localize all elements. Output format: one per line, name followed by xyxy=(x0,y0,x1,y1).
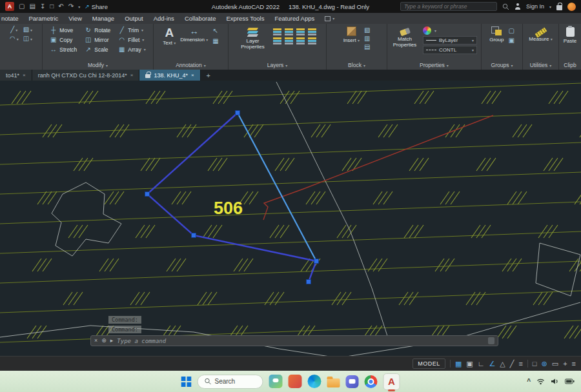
tab-view[interactable]: View xyxy=(63,13,87,24)
sign-in-dropdown-icon[interactable]: ▾ xyxy=(549,5,551,9)
create-block-icon[interactable]: ▧ xyxy=(364,27,370,34)
gradient-tool-icon[interactable]: ◫ xyxy=(23,35,29,42)
match-properties-button[interactable]: Match Properties xyxy=(391,26,418,61)
object-snap-tracking-icon[interactable]: ╱ xyxy=(510,360,515,368)
rotate-button[interactable]: ↻Rotate xyxy=(85,26,110,34)
start-button[interactable] xyxy=(181,377,192,387)
layer-isolate-icon[interactable] xyxy=(285,28,293,35)
groups-panel-label[interactable]: Groups▾ xyxy=(482,61,522,70)
customize-command-line-icon[interactable]: ⊛ xyxy=(101,338,107,344)
redo-icon[interactable]: ↷ xyxy=(68,3,74,10)
mirror-button[interactable]: ◫Mirror xyxy=(85,36,110,43)
file-explorer-icon[interactable] xyxy=(327,378,340,387)
file-tab-to41[interactable]: to41* × xyxy=(0,70,32,81)
tray-expand-icon[interactable]: ^ xyxy=(527,378,531,385)
command-line-scroll-handle[interactable] xyxy=(488,337,494,344)
tab-output[interactable]: Output xyxy=(119,13,148,24)
text-button[interactable]: A Text ▾ xyxy=(163,26,176,61)
tab-manage[interactable]: Manage xyxy=(87,13,119,24)
scale-button[interactable]: ↗Scale xyxy=(85,46,110,53)
user-icon[interactable] xyxy=(515,3,521,10)
layer-properties-button[interactable]: Layer Properties xyxy=(238,26,269,61)
tab-annotate[interactable]: notate xyxy=(0,13,23,24)
move-button[interactable]: ┼Move xyxy=(50,26,77,34)
leader-icon[interactable]: ↖ xyxy=(213,28,218,34)
file-tab-ranh-qh[interactable]: ranh QH CTXD Cu Chi 12-8-2014* × xyxy=(32,70,140,81)
new-drawing-tab-button[interactable]: + xyxy=(201,70,216,81)
stretch-button[interactable]: ↔Stretch xyxy=(50,46,77,53)
ortho-toggle-icon[interactable]: ∟ xyxy=(478,360,485,368)
tab-express-tools[interactable]: Express Tools xyxy=(221,13,269,24)
annotation-panel-label[interactable]: Annotation▾ xyxy=(154,61,228,70)
layer-on-icon[interactable] xyxy=(273,37,281,44)
table-icon[interactable]: ▦ xyxy=(212,38,218,44)
lineweight-toggle-icon[interactable]: ≡ xyxy=(518,360,522,368)
help-search-input[interactable] xyxy=(404,3,493,10)
ungroup-icon[interactable]: ▢ xyxy=(508,28,514,34)
tab-parametric[interactable]: Parametric xyxy=(23,13,63,24)
autocad-app-icon[interactable]: A xyxy=(383,373,400,390)
command-line-bar[interactable]: × ⊛ ▸ Type a command xyxy=(90,335,498,346)
block-attributes-icon[interactable]: ▤ xyxy=(364,44,370,50)
grid-toggle-icon[interactable]: ▦ xyxy=(455,360,462,368)
layers-panel-label[interactable]: Layers▾ xyxy=(229,61,326,70)
taskbar-search-box[interactable]: Search xyxy=(198,375,263,389)
block-panel-label[interactable]: Block▾ xyxy=(327,61,387,70)
workspace-gear-icon[interactable]: ⊛ xyxy=(542,360,547,368)
battery-icon[interactable] xyxy=(565,378,575,384)
chevron-down-icon[interactable]: ▾ xyxy=(30,37,32,41)
wifi-icon[interactable] xyxy=(536,378,545,385)
array-button[interactable]: ▦Array▾ xyxy=(118,46,145,53)
notification-badge-icon[interactable] xyxy=(567,3,576,11)
recent-commands-icon[interactable]: ▸ xyxy=(110,338,114,344)
measure-button[interactable]: Measure ▾ xyxy=(529,26,552,61)
help-search-box[interactable] xyxy=(400,2,497,11)
model-space-button[interactable]: MODEL xyxy=(413,358,445,369)
layer-lock-icon[interactable] xyxy=(308,28,316,35)
search-icon[interactable] xyxy=(502,3,509,10)
annotation-scale-icon[interactable]: ▭ xyxy=(552,360,558,368)
tab-add-ins[interactable]: Add-ins xyxy=(148,13,179,24)
close-icon[interactable]: × xyxy=(191,72,194,78)
plot-icon[interactable]: □ xyxy=(50,3,54,10)
command-input[interactable]: Type a command xyxy=(117,338,166,344)
insert-button[interactable]: Insert ▾ xyxy=(343,26,360,61)
dimension-button[interactable]: ↔ Dimension ▾ xyxy=(180,26,208,61)
share-button[interactable]: ↗ Share xyxy=(85,3,108,10)
layer-unisolate-icon[interactable] xyxy=(285,37,293,44)
isolate-objects-icon[interactable]: + xyxy=(563,360,567,368)
store-icon[interactable] xyxy=(289,375,302,388)
edge-browser-icon[interactable] xyxy=(308,375,321,388)
group-edit-icon[interactable]: ▣ xyxy=(508,37,514,44)
tab-collaborate[interactable]: Collaborate xyxy=(179,13,221,24)
trim-button[interactable]: ╱Trim▾ xyxy=(118,26,145,34)
autocad-taskbar-item[interactable]: A xyxy=(383,371,400,392)
edit-block-icon[interactable]: ▥ xyxy=(364,35,370,42)
clipboard-panel-label[interactable]: Clipb xyxy=(559,61,581,70)
widgets-icon[interactable] xyxy=(269,375,283,388)
chrome-browser-icon[interactable] xyxy=(365,375,378,388)
file-tab-138-khu-4-active[interactable]: 138. KHU_4* × xyxy=(139,70,200,81)
color-dropdown[interactable]: ByLayer ▾ xyxy=(423,36,477,44)
app-store-icon[interactable] xyxy=(556,5,562,10)
teams-chat-icon[interactable] xyxy=(346,375,359,388)
layer-unlock-icon[interactable] xyxy=(308,37,316,44)
layer-freeze-icon[interactable] xyxy=(296,28,305,35)
fillet-button[interactable]: ◠Fillet▾ xyxy=(118,36,145,43)
tab-featured-apps[interactable]: Featured Apps xyxy=(269,13,320,24)
chevron-down-icon[interactable]: ▾ xyxy=(17,37,19,41)
line-tool-icon[interactable]: ╱ xyxy=(10,26,14,33)
close-icon[interactable]: × xyxy=(23,72,26,78)
linetype-dropdown[interactable]: CONTL ▾ xyxy=(423,46,477,54)
sign-in-button[interactable]: Sign In xyxy=(526,3,544,10)
group-button[interactable]: Group xyxy=(489,26,504,61)
polar-tracking-icon[interactable]: ∠ xyxy=(489,360,495,368)
layer-off-icon[interactable] xyxy=(273,28,281,35)
paste-button[interactable]: Paste xyxy=(564,26,576,61)
transparency-toggle-icon[interactable]: □ xyxy=(533,360,537,368)
color-wheel-icon[interactable] xyxy=(423,26,431,35)
hatch-tool-icon[interactable]: ▧ xyxy=(23,26,29,33)
copy-button[interactable]: ▣Copy xyxy=(50,36,77,43)
customize-menu-icon[interactable]: ≡ xyxy=(572,360,576,368)
properties-panel-label[interactable]: Properties▾ xyxy=(387,61,481,70)
